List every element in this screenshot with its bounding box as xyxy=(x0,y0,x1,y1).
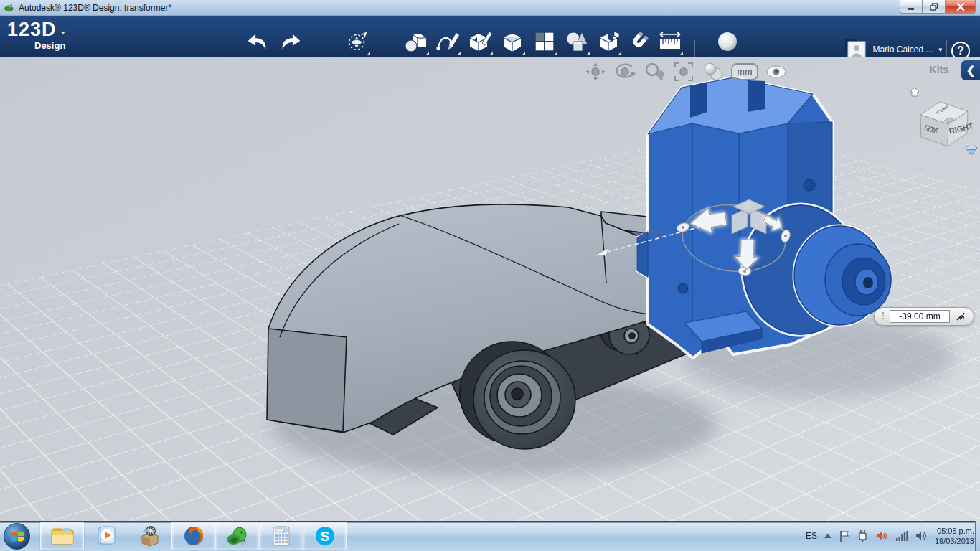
combine-icon xyxy=(595,29,621,54)
dropdown-caret xyxy=(367,52,370,55)
system-tray: ES xyxy=(806,521,974,551)
zoom-button[interactable] xyxy=(641,60,667,83)
view-cube[interactable]: TOP FRONT RIGHT xyxy=(908,85,980,160)
kits-panel-expand-tab[interactable]: ❮ xyxy=(961,60,980,80)
windows-explorer-icon xyxy=(50,525,75,547)
minimize-button[interactable] xyxy=(900,0,923,14)
svg-text:S: S xyxy=(320,529,329,544)
visibility-button[interactable] xyxy=(763,60,789,83)
undo-button[interactable] xyxy=(242,27,271,57)
measure-tooltip xyxy=(874,307,974,326)
ruler-icon xyxy=(657,29,683,54)
clock-date: 19/03/2013 xyxy=(935,536,974,546)
grouping-icon xyxy=(564,29,590,54)
fit-view-button[interactable] xyxy=(671,60,697,83)
dropdown-caret xyxy=(679,52,683,55)
viewcube-menu-icon[interactable] xyxy=(966,146,977,155)
app-icon xyxy=(4,3,14,13)
network-signal-icon[interactable] xyxy=(895,530,908,542)
undo-icon xyxy=(245,32,269,51)
firefox-icon xyxy=(182,524,205,547)
volume-icon[interactable] xyxy=(915,529,928,542)
windows-media-player-icon xyxy=(95,525,118,547)
windows-logo-icon xyxy=(9,529,25,545)
dropdown-caret xyxy=(554,52,557,55)
taskbar-apps: 0 S xyxy=(40,521,347,551)
units-label: mm xyxy=(737,67,752,77)
pan-button[interactable] xyxy=(583,60,608,83)
eye-icon xyxy=(764,61,788,83)
units-button[interactable]: mm xyxy=(730,60,760,83)
orbit-button[interactable] xyxy=(612,60,638,83)
skype-icon: S xyxy=(314,524,336,547)
magnet-icon xyxy=(626,29,651,54)
svg-text:0: 0 xyxy=(283,528,285,532)
modify-icon xyxy=(499,29,525,54)
transform-tool-button[interactable] xyxy=(343,27,372,57)
sketch-tool-button[interactable] xyxy=(433,27,462,57)
show-desktop-button[interactable] xyxy=(975,521,980,551)
user-name: Mario Caiced ... xyxy=(872,44,933,55)
pan-icon xyxy=(584,61,607,83)
dropdown-caret xyxy=(425,52,429,55)
pattern-tool-button[interactable] xyxy=(530,27,559,57)
construct-icon xyxy=(467,29,493,54)
app-menu-logo[interactable]: 123D ⌄ Design xyxy=(7,19,100,55)
dropdown-caret xyxy=(457,52,461,55)
close-button[interactable] xyxy=(946,0,976,14)
avatar xyxy=(845,39,867,60)
taskbar-windows-explorer[interactable] xyxy=(40,522,84,550)
green-creature-icon xyxy=(225,525,250,547)
transform-icon xyxy=(345,29,369,54)
audio-manager-icon[interactable] xyxy=(875,529,889,542)
show-hidden-icons-button[interactable] xyxy=(824,532,832,540)
taskbar-green-creature-app[interactable] xyxy=(215,522,259,550)
construct-tool-button[interactable] xyxy=(466,27,494,57)
orbit-icon xyxy=(613,61,636,83)
brand-sub-text: Design xyxy=(34,40,65,51)
dropdown-caret xyxy=(618,52,621,55)
material-tool-button[interactable] xyxy=(713,27,742,57)
start-button[interactable] xyxy=(4,523,30,550)
grouping-tool-button[interactable] xyxy=(562,27,591,57)
redo-button[interactable] xyxy=(277,27,306,57)
restore-button[interactable] xyxy=(923,0,946,14)
taskbar: 0 S ES xyxy=(0,521,980,551)
measure-value-input[interactable] xyxy=(890,310,950,323)
taskbar-firefox[interactable] xyxy=(171,522,215,550)
measure-tool-button[interactable] xyxy=(656,27,684,57)
snap-options-icon[interactable] xyxy=(954,310,967,323)
tooltip-drag-handle[interactable] xyxy=(882,311,885,321)
zoom-icon xyxy=(643,61,666,83)
main-toolbar: 123D ⌄ Design xyxy=(0,16,980,57)
taskbar-windows-media-player[interactable] xyxy=(84,522,128,550)
chevron-down-icon: ⌄ xyxy=(59,24,67,36)
material-sphere-icon xyxy=(716,30,739,53)
home-icon[interactable] xyxy=(910,88,919,96)
brand-text: 123D xyxy=(7,19,57,40)
primitives-tool-button[interactable] xyxy=(402,27,430,57)
action-center-flag-icon[interactable] xyxy=(839,529,850,542)
boxshot-app-icon xyxy=(138,524,162,547)
chevron-down-icon: ▾ xyxy=(938,46,942,53)
language-indicator[interactable]: ES xyxy=(806,531,817,541)
modify-tool-button[interactable] xyxy=(498,27,527,57)
redo-icon xyxy=(279,32,303,51)
dropdown-caret xyxy=(489,52,493,55)
truck-front-face xyxy=(267,329,347,432)
snap-tool-button[interactable] xyxy=(624,27,653,57)
user-account-menu[interactable]: Mario Caiced ... ▾ xyxy=(845,39,942,60)
window-title: Autodesk® 123D® Design: transformer* xyxy=(19,3,171,13)
taskbar-skype[interactable]: S xyxy=(303,522,347,550)
pattern-icon xyxy=(532,29,557,54)
viewport[interactable]: 39.00 xyxy=(0,57,980,521)
combine-tool-button[interactable] xyxy=(594,27,623,57)
taskbar-boxshot-app[interactable] xyxy=(128,522,171,550)
scene-canvas[interactable]: 39.00 xyxy=(0,57,980,521)
taskbar-clock[interactable]: 05:05 p.m. 19/03/2013 xyxy=(935,526,974,546)
shading-button[interactable] xyxy=(700,60,726,83)
sketch-icon xyxy=(435,29,461,54)
power-plug-icon[interactable] xyxy=(857,529,869,542)
clock-time: 05:05 p.m. xyxy=(935,526,974,536)
taskbar-calculator[interactable]: 0 xyxy=(259,522,303,550)
